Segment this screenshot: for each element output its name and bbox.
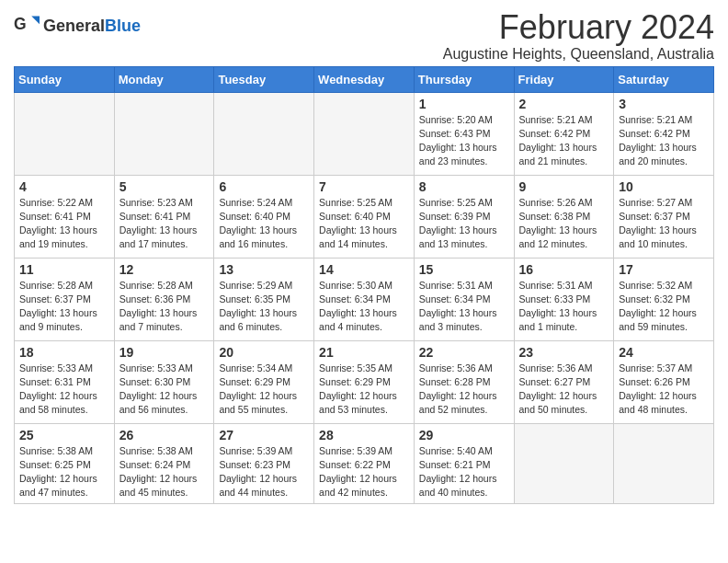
day-info: Sunrise: 5:39 AMSunset: 6:22 PMDaylight:… [319,444,409,500]
header-saturday: Saturday [614,66,714,92]
cell-w1-d1 [15,92,115,175]
day-number: 11 [19,262,109,277]
day-info: Sunrise: 5:23 AMSunset: 6:41 PMDaylight:… [119,196,210,252]
day-number: 4 [19,179,109,194]
day-info: Sunrise: 5:38 AMSunset: 6:24 PMDaylight:… [119,444,210,500]
cell-w2-d7: 10Sunrise: 5:27 AMSunset: 6:37 PMDayligh… [614,175,714,258]
header-tuesday: Tuesday [214,66,314,92]
cell-w5-d7 [614,423,714,504]
header: G GeneralBlue February 2024 Augustine He… [14,9,714,63]
cell-w5-d3: 27Sunrise: 5:39 AMSunset: 6:23 PMDayligh… [214,423,314,504]
day-number: 21 [319,345,409,360]
header-thursday: Thursday [414,66,514,92]
day-number: 7 [319,179,409,194]
day-number: 16 [519,262,609,277]
day-info: Sunrise: 5:31 AMSunset: 6:33 PMDaylight:… [519,279,609,335]
day-info: Sunrise: 5:33 AMSunset: 6:30 PMDaylight:… [119,362,210,418]
day-info: Sunrise: 5:21 AMSunset: 6:42 PMDaylight:… [519,113,609,169]
week-row-3: 11Sunrise: 5:28 AMSunset: 6:37 PMDayligh… [15,258,714,340]
day-info: Sunrise: 5:39 AMSunset: 6:23 PMDaylight:… [219,444,309,500]
cell-w5-d6 [514,423,614,504]
cell-w4-d6: 23Sunrise: 5:36 AMSunset: 6:27 PMDayligh… [514,340,614,423]
day-number: 29 [419,428,509,442]
day-number: 8 [419,179,509,194]
day-info: Sunrise: 5:20 AMSunset: 6:43 PMDaylight:… [419,113,509,169]
day-info: Sunrise: 5:40 AMSunset: 6:21 PMDaylight:… [419,444,509,500]
day-number: 28 [319,428,409,442]
day-number: 24 [619,345,709,360]
day-number: 10 [619,179,709,194]
day-info: Sunrise: 5:25 AMSunset: 6:39 PMDaylight:… [419,196,509,252]
day-number: 17 [619,262,709,277]
cell-w3-d4: 14Sunrise: 5:30 AMSunset: 6:34 PMDayligh… [314,258,415,340]
title-area: February 2024 Augustine Heights, Queensl… [443,9,714,63]
day-info: Sunrise: 5:22 AMSunset: 6:41 PMDaylight:… [19,196,109,252]
day-info: Sunrise: 5:37 AMSunset: 6:26 PMDaylight:… [619,362,709,418]
cell-w1-d5: 1Sunrise: 5:20 AMSunset: 6:43 PMDaylight… [414,92,514,175]
cell-w5-d5: 29Sunrise: 5:40 AMSunset: 6:21 PMDayligh… [414,423,514,504]
cell-w1-d3 [214,92,314,175]
cell-w3-d6: 16Sunrise: 5:31 AMSunset: 6:33 PMDayligh… [514,258,614,340]
cell-w1-d4 [314,92,415,175]
logo-icon: G [14,13,40,39]
cell-w3-d3: 13Sunrise: 5:29 AMSunset: 6:35 PMDayligh… [214,258,314,340]
day-info: Sunrise: 5:29 AMSunset: 6:35 PMDaylight:… [219,279,309,335]
cell-w4-d4: 21Sunrise: 5:35 AMSunset: 6:29 PMDayligh… [314,340,415,423]
svg-text:G: G [14,15,27,33]
day-number: 22 [419,345,509,360]
day-number: 25 [19,428,109,442]
day-info: Sunrise: 5:36 AMSunset: 6:28 PMDaylight:… [419,362,509,418]
day-number: 3 [619,97,709,111]
logo-general: General [43,17,105,35]
day-number: 14 [319,262,409,277]
week-row-2: 4Sunrise: 5:22 AMSunset: 6:41 PMDaylight… [15,175,714,258]
day-info: Sunrise: 5:25 AMSunset: 6:40 PMDaylight:… [319,196,409,252]
day-number: 9 [519,179,609,194]
week-row-4: 18Sunrise: 5:33 AMSunset: 6:31 PMDayligh… [15,340,714,423]
cell-w5-d2: 26Sunrise: 5:38 AMSunset: 6:24 PMDayligh… [114,423,214,504]
day-info: Sunrise: 5:27 AMSunset: 6:37 PMDaylight:… [619,196,709,252]
day-number: 5 [119,179,210,194]
cell-w2-d2: 5Sunrise: 5:23 AMSunset: 6:41 PMDaylight… [114,175,214,258]
header-friday: Friday [514,66,614,92]
day-number: 13 [219,262,309,277]
svg-marker-2 [31,17,40,25]
day-info: Sunrise: 5:34 AMSunset: 6:29 PMDaylight:… [219,362,309,418]
header-monday: Monday [114,66,214,92]
header-sunday: Sunday [15,66,115,92]
day-info: Sunrise: 5:28 AMSunset: 6:37 PMDaylight:… [19,279,109,335]
cell-w4-d2: 19Sunrise: 5:33 AMSunset: 6:30 PMDayligh… [114,340,214,423]
cell-w3-d2: 12Sunrise: 5:28 AMSunset: 6:36 PMDayligh… [114,258,214,340]
day-info: Sunrise: 5:31 AMSunset: 6:34 PMDaylight:… [419,279,509,335]
day-number: 18 [19,345,109,360]
cell-w2-d3: 6Sunrise: 5:24 AMSunset: 6:40 PMDaylight… [214,175,314,258]
day-info: Sunrise: 5:26 AMSunset: 6:38 PMDaylight:… [519,196,609,252]
cell-w4-d3: 20Sunrise: 5:34 AMSunset: 6:29 PMDayligh… [214,340,314,423]
day-info: Sunrise: 5:35 AMSunset: 6:29 PMDaylight:… [319,362,409,418]
day-info: Sunrise: 5:24 AMSunset: 6:40 PMDaylight:… [219,196,309,252]
cell-w3-d1: 11Sunrise: 5:28 AMSunset: 6:37 PMDayligh… [15,258,115,340]
day-number: 20 [219,345,309,360]
day-number: 6 [219,179,309,194]
cell-w1-d2 [114,92,214,175]
cell-w2-d4: 7Sunrise: 5:25 AMSunset: 6:40 PMDaylight… [314,175,415,258]
day-number: 1 [419,97,509,111]
logo: G GeneralBlue [14,13,141,39]
logo-text: GeneralBlue [43,17,141,36]
day-number: 2 [519,97,609,111]
cell-w2-d1: 4Sunrise: 5:22 AMSunset: 6:41 PMDaylight… [15,175,115,258]
logo-blue: Blue [105,17,141,35]
calendar: Sunday Monday Tuesday Wednesday Thursday… [14,66,714,505]
cell-w1-d6: 2Sunrise: 5:21 AMSunset: 6:42 PMDaylight… [514,92,614,175]
cell-w2-d5: 8Sunrise: 5:25 AMSunset: 6:39 PMDaylight… [414,175,514,258]
cell-w1-d7: 3Sunrise: 5:21 AMSunset: 6:42 PMDaylight… [614,92,714,175]
weekday-header-row: Sunday Monday Tuesday Wednesday Thursday… [15,66,714,92]
day-number: 27 [219,428,309,442]
cell-w4-d1: 18Sunrise: 5:33 AMSunset: 6:31 PMDayligh… [15,340,115,423]
location-title: Augustine Heights, Queensland, Australia [443,46,714,63]
day-number: 23 [519,345,609,360]
day-info: Sunrise: 5:32 AMSunset: 6:32 PMDaylight:… [619,279,709,335]
cell-w5-d4: 28Sunrise: 5:39 AMSunset: 6:22 PMDayligh… [314,423,415,504]
cell-w2-d6: 9Sunrise: 5:26 AMSunset: 6:38 PMDaylight… [514,175,614,258]
day-number: 26 [119,428,210,442]
